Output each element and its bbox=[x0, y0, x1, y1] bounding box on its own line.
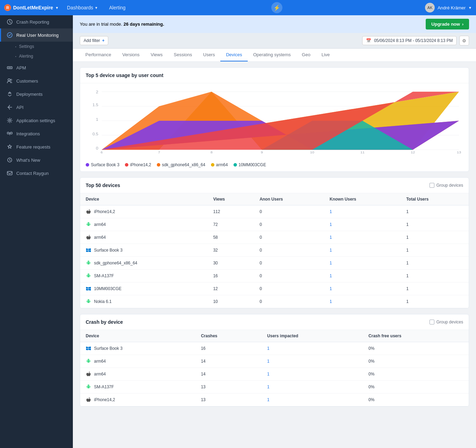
legend-iphone: iPhone14,2 bbox=[125, 162, 151, 167]
sidebar-sub-alerting[interactable]: Alerting bbox=[0, 51, 73, 61]
anon-users-cell: 0 bbox=[254, 205, 324, 218]
crash-device-cell: Surface Book 3 bbox=[80, 342, 195, 355]
sidebar-item-deployments[interactable]: Deployments bbox=[0, 87, 73, 101]
known-users-cell[interactable]: 1 bbox=[324, 205, 401, 218]
app-settings-icon bbox=[7, 117, 13, 124]
sidebar-item-contact[interactable]: Contact Raygun bbox=[0, 167, 73, 180]
views-cell: 10 bbox=[207, 295, 254, 308]
device-icon-6 bbox=[86, 286, 91, 291]
tab-live[interactable]: Live bbox=[316, 49, 335, 61]
known-users-cell[interactable]: 1 bbox=[324, 257, 401, 270]
add-filter-button[interactable]: Add filter + bbox=[80, 36, 108, 45]
nav-dashboards[interactable]: Dashboards ▼ bbox=[64, 3, 101, 12]
anon-users-cell: 0 bbox=[254, 244, 324, 257]
total-users-cell: 1 bbox=[401, 270, 469, 282]
page-content: Top 5 device usage by user count 0 0.5 1… bbox=[73, 62, 476, 412]
sidebar-label-feature-requests: Feature requests bbox=[16, 144, 50, 150]
device-icon-7 bbox=[86, 299, 91, 304]
upgrade-button[interactable]: Upgrade now › bbox=[426, 19, 469, 29]
sidebar-label-integrations: Integrations bbox=[16, 131, 40, 136]
sidebar-item-rum[interactable]: Real User Monitoring bbox=[0, 28, 73, 42]
tab-geo[interactable]: Geo bbox=[296, 49, 316, 61]
lightning-icon[interactable]: ⚡ bbox=[271, 2, 282, 13]
tab-versions[interactable]: Versions bbox=[117, 49, 145, 61]
table-row: arm64 14 1 0% bbox=[80, 355, 469, 368]
table-row: iPhone14,2 112 0 1 1 bbox=[80, 205, 469, 218]
sidebar-item-app-settings[interactable]: Application settings bbox=[0, 114, 73, 127]
device-name-cell: 10MM003CGE bbox=[80, 282, 207, 295]
user-menu[interactable]: AK André Krämer ▼ bbox=[425, 3, 472, 12]
sidebar-sub-settings[interactable]: Settings bbox=[0, 42, 73, 51]
sidebar-label-customers: Customers bbox=[16, 78, 38, 84]
date-range-picker[interactable]: 📅 05/06/2024 8:13 PM - 05/13/2024 8:13 P… bbox=[362, 36, 457, 45]
svg-text:7: 7 bbox=[158, 151, 160, 154]
tab-devices[interactable]: Devices bbox=[220, 49, 247, 61]
svg-text:1: 1 bbox=[96, 118, 99, 121]
known-users-cell[interactable]: 1 bbox=[324, 244, 401, 257]
legend-arm64: arm64 bbox=[211, 162, 228, 167]
chart-svg: 0 0.5 1 1.5 2 bbox=[86, 89, 463, 154]
anon-users-cell: 0 bbox=[254, 282, 324, 295]
crash-reporting-icon bbox=[7, 19, 13, 25]
sidebar-item-integrations[interactable]: Integrations bbox=[0, 127, 73, 140]
sidebar-item-feature-requests[interactable]: Feature requests bbox=[0, 140, 73, 153]
table-row: arm64 72 0 1 1 bbox=[80, 218, 469, 231]
views-cell: 58 bbox=[207, 231, 254, 244]
crash-device-icon-0 bbox=[86, 346, 91, 351]
views-cell: 72 bbox=[207, 218, 254, 231]
sidebar-item-api[interactable]: API bbox=[0, 101, 73, 114]
device-icon-4 bbox=[86, 260, 91, 266]
table-row: arm64 58 0 1 1 bbox=[80, 231, 469, 244]
device-name-cell: arm64 bbox=[80, 231, 207, 244]
date-filter-area: 📅 05/06/2024 8:13 PM - 05/13/2024 8:13 P… bbox=[362, 36, 469, 45]
sidebar-label-app-settings: Application settings bbox=[16, 118, 55, 123]
tab-views[interactable]: Views bbox=[145, 49, 168, 61]
top50-table-container: Device Views Anon Users Known Users Tota… bbox=[80, 193, 469, 308]
sidebar-item-crash-reporting[interactable]: Crash Reporting bbox=[0, 15, 73, 28]
known-users-cell[interactable]: 1 bbox=[324, 295, 401, 308]
settings-gear-button[interactable]: ⚙ bbox=[459, 36, 469, 45]
device-name-cell: Nokia 6.1 bbox=[80, 295, 207, 308]
table-row: arm64 14 1 0% bbox=[80, 368, 469, 381]
crash-group-devices-checkbox[interactable] bbox=[430, 320, 434, 324]
brand-logo[interactable]: R DontLetMeExpire ▼ bbox=[4, 4, 59, 11]
users-impacted-cell[interactable]: 1 bbox=[262, 368, 363, 381]
nav-alerting[interactable]: Alerting bbox=[106, 3, 128, 12]
crash-device-icon-2 bbox=[86, 371, 91, 377]
users-impacted-cell[interactable]: 1 bbox=[262, 394, 363, 406]
known-users-cell[interactable]: 1 bbox=[324, 231, 401, 244]
known-users-cell[interactable]: 1 bbox=[324, 218, 401, 231]
svg-text:8: 8 bbox=[211, 151, 213, 154]
group-devices-toggle[interactable]: Group devices bbox=[430, 183, 463, 188]
crashes-cell: 14 bbox=[195, 355, 262, 368]
table-row: SM-A137F 13 1 0% bbox=[80, 381, 469, 394]
crash-free-cell: 0% bbox=[363, 381, 469, 394]
contact-icon bbox=[7, 170, 13, 176]
trial-text: You are in trial mode. 26 days remaining… bbox=[80, 22, 164, 27]
users-impacted-cell[interactable]: 1 bbox=[262, 342, 363, 355]
sidebar-item-customers[interactable]: Customers bbox=[0, 74, 73, 87]
known-users-cell[interactable]: 1 bbox=[324, 282, 401, 295]
users-impacted-cell[interactable]: 1 bbox=[262, 381, 363, 394]
api-icon bbox=[7, 104, 13, 110]
crash-device-cell: iPhone14,2 bbox=[80, 394, 195, 406]
svg-point-3 bbox=[8, 79, 10, 81]
tab-operating-systems[interactable]: Operating systems bbox=[248, 49, 296, 61]
tab-users[interactable]: Users bbox=[198, 49, 221, 61]
group-devices-checkbox[interactable] bbox=[430, 183, 434, 188]
svg-text:13: 13 bbox=[457, 151, 461, 154]
crash-device-cell: SM-A137F bbox=[80, 381, 195, 394]
sidebar: Crash Reporting Real User Monitoring Set… bbox=[0, 15, 73, 448]
sidebar-item-whats-new[interactable]: What's New bbox=[0, 153, 73, 167]
known-users-cell[interactable]: 1 bbox=[324, 270, 401, 282]
views-cell: 32 bbox=[207, 244, 254, 257]
users-impacted-cell[interactable]: 1 bbox=[262, 355, 363, 368]
crash-table: Device Crashes Users impacted Crash free… bbox=[80, 330, 469, 406]
tab-performance[interactable]: Performance bbox=[80, 49, 117, 61]
tab-sessions[interactable]: Sessions bbox=[168, 49, 198, 61]
sidebar-item-apm[interactable]: APM bbox=[0, 61, 73, 74]
crash-table-container: Device Crashes Users impacted Crash free… bbox=[80, 330, 469, 406]
top50-devices-card: Top 50 devices Group devices Device View… bbox=[80, 177, 469, 308]
svg-text:12: 12 bbox=[411, 151, 415, 154]
crash-group-devices-toggle[interactable]: Group devices bbox=[430, 320, 463, 324]
